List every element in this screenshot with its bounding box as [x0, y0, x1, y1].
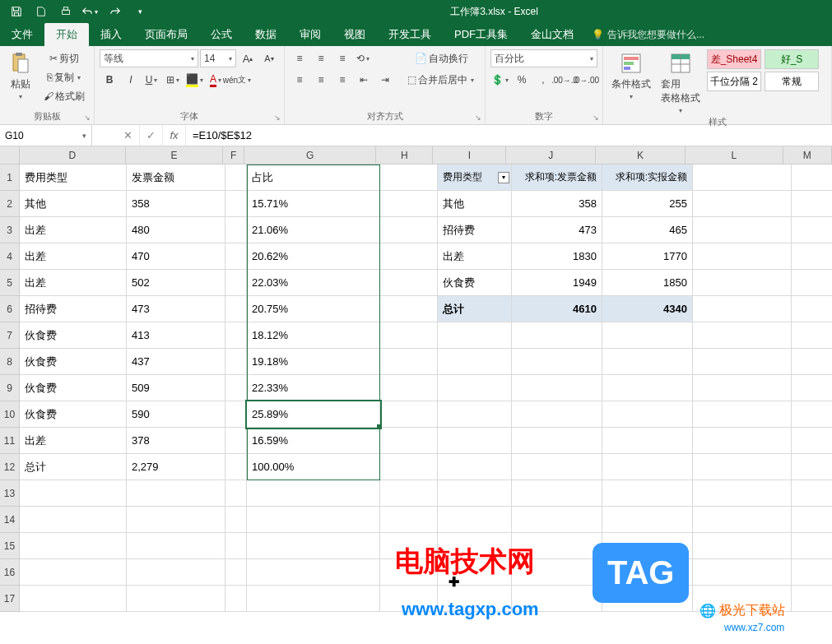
cell[interactable]: 20.75%	[247, 296, 380, 322]
cell[interactable]: 伙食费	[438, 270, 512, 296]
cell[interactable]	[792, 322, 832, 349]
cell[interactable]	[127, 480, 225, 507]
column-header-D[interactable]: D	[20, 146, 126, 164]
cell[interactable]: 465	[602, 217, 693, 243]
cell[interactable]	[792, 349, 832, 375]
cell[interactable]	[693, 454, 792, 480]
cell[interactable]	[792, 559, 832, 586]
cell[interactable]	[20, 533, 127, 559]
cell[interactable]: 590	[127, 401, 225, 428]
cell[interactable]	[792, 507, 832, 533]
format-as-table-button[interactable]: 套用 表格格式▾	[658, 49, 704, 116]
cell[interactable]	[380, 349, 438, 375]
cell[interactable]: 25.89%	[247, 401, 380, 428]
align-left-icon[interactable]: ≡	[290, 71, 309, 89]
cell[interactable]	[247, 480, 380, 507]
accounting-format-icon[interactable]: 💲▾	[490, 71, 510, 89]
cell[interactable]	[792, 533, 832, 559]
cell[interactable]	[225, 586, 247, 612]
cell[interactable]: 招待费	[20, 296, 127, 322]
tab-pdf[interactable]: PDF工具集	[443, 23, 519, 46]
column-header-L[interactable]: L	[686, 146, 783, 164]
tab-developer[interactable]: 开发工具	[377, 23, 443, 46]
cell[interactable]	[225, 533, 247, 559]
row-header-14[interactable]: 14	[0, 507, 20, 533]
cell[interactable]	[792, 270, 832, 296]
cell[interactable]: 出差	[20, 243, 127, 270]
cell[interactable]	[792, 480, 832, 507]
cell[interactable]	[693, 480, 792, 507]
new-file-icon[interactable]	[30, 2, 53, 21]
cell[interactable]	[380, 191, 438, 217]
row-header-12[interactable]: 12	[0, 454, 20, 480]
conditional-format-button[interactable]: 条件格式▾	[608, 49, 654, 102]
alignment-launcher-icon[interactable]: ↘	[473, 113, 483, 123]
row-header-11[interactable]: 11	[0, 428, 20, 454]
cell[interactable]	[792, 164, 832, 191]
accept-formula-icon[interactable]: ✓	[140, 125, 163, 146]
cell[interactable]: 4340	[602, 296, 693, 322]
column-header-H[interactable]: H	[376, 146, 433, 164]
phonetic-icon[interactable]: wén文▾	[228, 71, 248, 89]
cell-style-bad[interactable]: 差_Sheet4	[707, 49, 761, 69]
cell[interactable]	[693, 322, 792, 349]
cell[interactable]: 470	[127, 243, 225, 270]
cell[interactable]	[602, 322, 693, 349]
cell[interactable]	[693, 533, 792, 559]
cell[interactable]	[438, 401, 512, 428]
italic-button[interactable]: I	[121, 71, 141, 89]
cancel-formula-icon[interactable]: ✕	[117, 125, 140, 146]
row-header-2[interactable]: 2	[0, 191, 20, 217]
cell[interactable]	[693, 428, 792, 454]
cell[interactable]	[127, 507, 225, 533]
cell[interactable]: 413	[127, 322, 225, 349]
cell[interactable]	[247, 586, 380, 612]
cell[interactable]	[693, 191, 792, 217]
font-launcher-icon[interactable]: ↘	[272, 113, 282, 123]
cell[interactable]	[792, 375, 832, 401]
row-header-1[interactable]: 1	[0, 164, 20, 191]
fill-handle[interactable]	[377, 424, 382, 429]
cell[interactable]	[380, 507, 438, 533]
cell[interactable]	[438, 454, 512, 480]
cell[interactable]: 发票金额	[127, 164, 225, 191]
cell[interactable]	[693, 375, 792, 401]
qat-customize-icon[interactable]: ▾	[128, 2, 151, 21]
cell[interactable]	[512, 401, 602, 428]
cell[interactable]	[20, 559, 127, 586]
cell[interactable]	[380, 428, 438, 454]
fill-color-icon[interactable]: ⬛▾	[185, 71, 205, 89]
merge-center-button[interactable]: ⬚合并后居中▾	[403, 71, 480, 89]
cell[interactable]	[380, 217, 438, 243]
cell[interactable]	[380, 401, 438, 428]
cell[interactable]	[512, 454, 602, 480]
redo-icon[interactable]	[104, 2, 127, 21]
cell[interactable]: 伙食费	[20, 322, 127, 349]
row-header-8[interactable]: 8	[0, 349, 20, 375]
insert-function-icon[interactable]: fx	[163, 125, 186, 146]
cell[interactable]	[20, 586, 127, 612]
row-header-3[interactable]: 3	[0, 217, 20, 243]
paste-button[interactable]: 粘贴▾	[5, 49, 36, 102]
row-header-6[interactable]: 6	[0, 296, 20, 322]
align-right-icon[interactable]: ≡	[332, 71, 352, 89]
cell[interactable]	[20, 507, 127, 533]
borders-icon[interactable]: ⊞▾	[164, 71, 184, 89]
cell[interactable]	[225, 401, 247, 428]
cell[interactable]: 100.00%	[247, 454, 380, 480]
cell[interactable]	[512, 349, 602, 375]
cell[interactable]	[438, 507, 512, 533]
increase-font-icon[interactable]: A▴	[238, 49, 258, 67]
cell[interactable]: 4610	[512, 296, 602, 322]
cell[interactable]: 占比	[247, 164, 380, 191]
cell[interactable]	[693, 507, 792, 533]
cell[interactable]	[225, 454, 247, 480]
tell-me[interactable]: 💡 告诉我您想要做什么...	[592, 23, 704, 46]
name-box[interactable]: G10▾	[0, 125, 92, 146]
bold-button[interactable]: B	[100, 71, 119, 89]
cell[interactable]	[225, 243, 247, 270]
cell[interactable]: 378	[127, 428, 225, 454]
cell[interactable]: 1830	[512, 243, 602, 270]
cell[interactable]	[602, 349, 693, 375]
cell[interactable]	[225, 349, 247, 375]
